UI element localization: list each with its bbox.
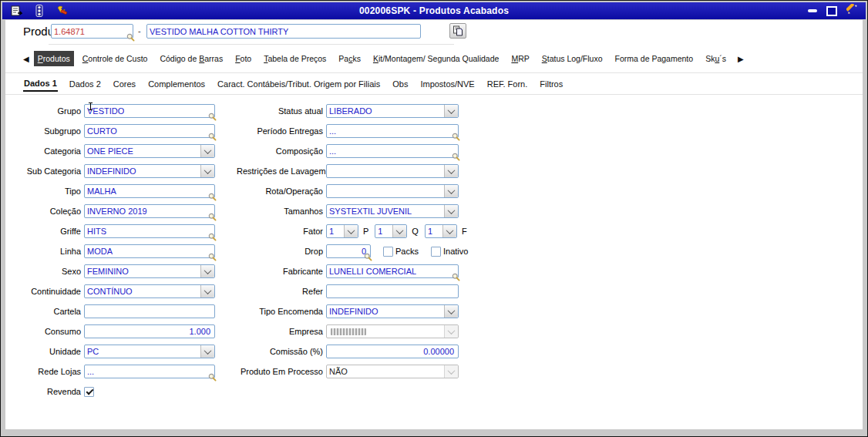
tab-scroll-left-icon[interactable]: ◀ xyxy=(23,55,29,63)
edit-pencil-button[interactable] xyxy=(846,4,858,18)
subtab-caract-cont-beis-tribut-origem-por-filiais[interactable]: Caract. Contábeis/Tribut. Origem por Fil… xyxy=(217,77,381,91)
report-icon[interactable] xyxy=(10,5,22,17)
pencil-icon xyxy=(846,4,858,15)
dropdown-button[interactable] xyxy=(344,225,358,237)
produto-em-processo-label: Produto Em Processo xyxy=(237,367,323,376)
tab-controle-de-custo[interactable]: Controle de Custo xyxy=(79,51,152,66)
dropdown-button[interactable] xyxy=(444,105,458,117)
dropdown-button[interactable] xyxy=(200,165,214,177)
subtab-impostos-nve[interactable]: Impostos/NVE xyxy=(419,77,475,91)
linha-input[interactable]: MODA xyxy=(84,244,215,258)
subtab-filtros[interactable]: Filtros xyxy=(539,77,564,91)
subtab-dados-1[interactable]: Dados 1 xyxy=(23,76,58,92)
chevron-down-icon xyxy=(448,166,456,174)
dropdown-button[interactable] xyxy=(442,225,456,237)
dropdown-button[interactable] xyxy=(200,145,214,157)
dropdown-button[interactable] xyxy=(444,185,458,197)
refer-label: Refer xyxy=(237,287,323,296)
product-name-input[interactable]: VESTIDO MALHA COTTON THIRTY xyxy=(146,24,421,39)
tipo-input[interactable]: MALHA xyxy=(84,184,215,198)
griffe-input[interactable]: HITS xyxy=(84,224,215,238)
sub-categoria-select[interactable]: INDEFINIDO xyxy=(84,164,215,178)
titlebar[interactable]: 002006SPK - Produtos Acabados xyxy=(2,2,866,19)
fabricante-label: Fabricante xyxy=(237,267,323,276)
subtab-cores[interactable]: Cores xyxy=(113,77,136,91)
fabricante-input[interactable]: LUNELLI COMERCIAL xyxy=(326,264,459,278)
tab-foto[interactable]: Foto xyxy=(231,51,255,66)
dropdown-button[interactable] xyxy=(200,345,214,358)
categoria-value: ONE PIECE xyxy=(87,146,133,156)
copy-button[interactable] xyxy=(449,23,466,39)
fator-select-p[interactable]: 1 xyxy=(326,224,358,238)
product-code-input[interactable]: 1.64871 xyxy=(51,24,133,39)
tab-c-digo-de-barras[interactable]: Código de Barras xyxy=(156,51,227,66)
subgrupo-input[interactable]: CURTO xyxy=(84,124,215,138)
colecao-input[interactable]: INVERNO 2019 xyxy=(84,204,215,218)
packs-checkbox[interactable] xyxy=(383,247,393,257)
drop-label: Drop xyxy=(237,247,323,256)
rota-operacao-label: Rota/Operação xyxy=(237,187,323,196)
status-atual-select[interactable]: LIBERADO xyxy=(326,104,459,118)
unidade-value: PC xyxy=(87,347,99,356)
drop-value: 0 xyxy=(329,247,368,256)
tipo-encomenda-select[interactable]: INDEFINIDO xyxy=(326,304,459,318)
subtab-ref-forn[interactable]: REF. Forn. xyxy=(486,77,529,91)
tab-kit-montagem-segunda-qualidade[interactable]: Kit/Montagem/ Segunda Qualidade xyxy=(369,51,503,66)
tab-produtos[interactable]: Produtos xyxy=(34,51,74,66)
subtab-obs[interactable]: Obs xyxy=(392,77,409,91)
minimize-button[interactable] xyxy=(808,9,817,12)
chevron-down-icon xyxy=(448,307,456,314)
revenda-checkbox[interactable] xyxy=(84,387,94,397)
magnifier-icon xyxy=(208,253,217,261)
composicao-input[interactable]: ... xyxy=(326,144,459,158)
dropdown-button[interactable] xyxy=(200,285,214,297)
rota-operacao-select[interactable] xyxy=(326,184,459,198)
tamanhos-select[interactable]: SYSTEXTIL JUVENIL xyxy=(326,204,459,218)
tab-status-log-fluxo[interactable]: Status Log/Fluxo xyxy=(538,51,607,66)
titlebar-toolbar xyxy=(10,5,69,17)
magnifier-icon xyxy=(208,133,217,141)
refer-input[interactable] xyxy=(326,284,459,298)
sexo-label: Sexo xyxy=(23,267,81,276)
categoria-select[interactable]: ONE PIECE xyxy=(84,144,215,158)
traffic-light-icon[interactable] xyxy=(33,5,45,17)
chevron-down-icon xyxy=(204,287,212,294)
tab-mrp[interactable]: MRP xyxy=(507,51,533,66)
rede-lojas-value: ... xyxy=(87,367,94,376)
magnifier-icon xyxy=(208,373,217,382)
unidade-select[interactable]: PC xyxy=(84,345,215,358)
griffe-label: Griffe xyxy=(23,227,81,236)
dropdown-button[interactable] xyxy=(200,265,214,277)
wrench-icon[interactable] xyxy=(56,5,69,17)
consumo-input[interactable]: 1.000 xyxy=(84,324,215,338)
comissao-input[interactable]: 0.00000 xyxy=(326,345,459,358)
tab-sku-s[interactable]: Sku´s xyxy=(701,51,730,66)
tab-tabela-de-pre-os[interactable]: Tabela de Preços xyxy=(260,51,330,66)
maximize-button[interactable] xyxy=(826,6,837,16)
grupo-input[interactable]: VESTIDO xyxy=(84,104,215,118)
tab-scroll-right-icon[interactable]: ▶ xyxy=(738,55,744,63)
maximize-icon xyxy=(826,6,837,16)
row-rota-operacao: Rota/Operação xyxy=(237,181,473,201)
subtab-dados-2[interactable]: Dados 2 xyxy=(69,77,102,91)
drop-input[interactable]: 0 xyxy=(326,244,371,258)
rede-lojas-input[interactable]: ... xyxy=(84,365,215,378)
dropdown-button[interactable] xyxy=(444,165,458,177)
inativo-checkbox[interactable] xyxy=(431,247,441,257)
fator-select-f[interactable]: 1 xyxy=(425,224,457,238)
subtab-complementos[interactable]: Complementos xyxy=(147,77,206,91)
restricoes-de-lavagem-select[interactable] xyxy=(326,164,459,178)
divider-header xyxy=(49,44,454,45)
tab-packs[interactable]: Packs xyxy=(335,51,365,66)
chevron-down-icon xyxy=(446,227,453,234)
sexo-select[interactable]: FEMININO xyxy=(84,264,215,278)
magnifier-icon xyxy=(208,233,217,241)
cartela-input[interactable] xyxy=(84,304,215,318)
continuidade-select[interactable]: CONTÍNUO xyxy=(84,284,215,298)
dropdown-button[interactable] xyxy=(392,225,406,237)
dropdown-button[interactable] xyxy=(444,305,458,318)
periodo-entregas-input[interactable]: ... xyxy=(326,124,459,138)
tab-forma-de-pagamento[interactable]: Forma de Pagamento xyxy=(611,51,698,66)
fator-select-q[interactable]: 1 xyxy=(375,224,407,238)
dropdown-button[interactable] xyxy=(444,205,458,217)
